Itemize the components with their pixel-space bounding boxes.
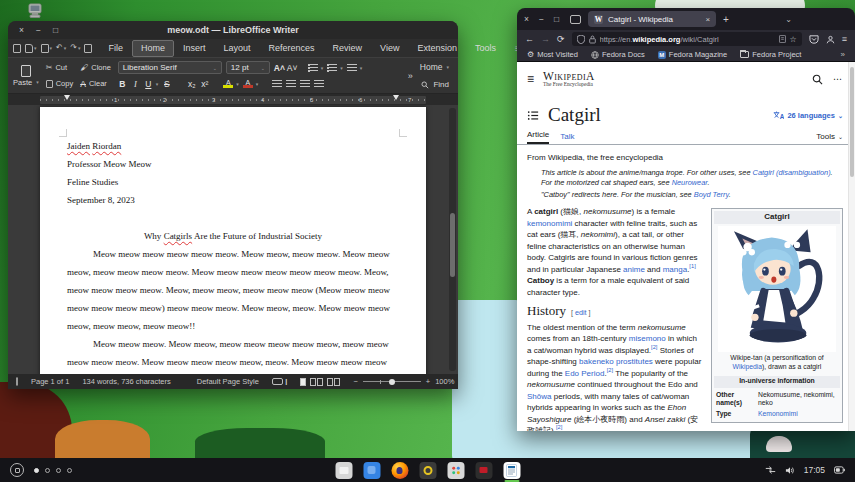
zoom-slider[interactable]: [363, 381, 421, 382]
copy-button[interactable]: Copy: [46, 77, 74, 90]
address-bar[interactable]: https://en.wikipedia.org/wiki/Catgirl ☆: [572, 32, 802, 46]
reader-mode-icon[interactable]: [779, 35, 786, 43]
shrink-font-button[interactable]: A˅: [287, 63, 296, 73]
numbered-list-button[interactable]: ▾: [327, 61, 343, 74]
outline-list-button[interactable]: ▾: [347, 61, 363, 74]
tab-view[interactable]: View: [371, 40, 408, 57]
bookmark-fedora-project[interactable]: Fedora Project: [740, 50, 801, 59]
forward-icon[interactable]: →: [541, 35, 550, 44]
account-icon[interactable]: [826, 35, 835, 44]
tab-talk[interactable]: Talk: [560, 132, 574, 144]
bookmark-most-visited[interactable]: ⚙Most Visited: [527, 50, 578, 59]
tools-menu[interactable]: Tools⌄: [816, 132, 843, 144]
align-justify-button[interactable]: [314, 80, 324, 88]
tab-file[interactable]: File: [99, 40, 132, 57]
workspace-dot-2[interactable]: [45, 468, 50, 473]
workspace-dot-1[interactable]: [34, 468, 39, 473]
bookmark-fedora-magazine[interactable]: MFedora Magazine: [658, 50, 727, 59]
language-selector[interactable]: A 26 languages ⌄: [773, 111, 843, 120]
font-size-select[interactable]: 12 pt⌄: [226, 61, 270, 74]
firefox-view-icon[interactable]: [570, 15, 581, 24]
desktop-computer-icon[interactable]: [26, 2, 44, 20]
firefox-maximize-icon[interactable]: □: [554, 14, 559, 24]
underline-button[interactable]: U▾: [144, 77, 159, 90]
tracking-shield-icon[interactable]: [577, 35, 585, 44]
cut-button[interactable]: ✂Cut: [46, 61, 74, 74]
bullet-list-button[interactable]: ▾: [308, 61, 324, 74]
workspace-dot-3[interactable]: [56, 468, 61, 473]
app-boxes[interactable]: [363, 462, 380, 479]
document-page[interactable]: Jaiden Riordan Professor Meow Meow Felin…: [40, 107, 426, 374]
save-icon[interactable]: ▾: [41, 44, 53, 53]
show-applications-icon[interactable]: [10, 463, 24, 477]
tab-insert[interactable]: Insert: [174, 40, 215, 57]
horizontal-ruler[interactable]: 1 2 3 4 5 6 7: [8, 94, 458, 105]
align-center-button[interactable]: [286, 80, 296, 88]
wikipedia-logo[interactable]: WikipediA The Free Encyclopedia: [543, 70, 595, 88]
firefox-close-icon[interactable]: ×: [524, 14, 529, 24]
tab-tools[interactable]: Tools: [466, 40, 505, 57]
app-libreoffice-writer[interactable]: [503, 462, 520, 479]
battery-icon[interactable]: [834, 466, 845, 474]
list-all-tabs-icon[interactable]: ⌄: [785, 15, 848, 24]
firefox-tabbar[interactable]: × − □ W Catgirl - Wikipedia × + ⌄: [517, 8, 855, 30]
page-scrollbar[interactable]: [848, 62, 855, 431]
clone-formatting-button[interactable]: 🖌Clone: [80, 61, 111, 74]
bookmark-star-icon[interactable]: ☆: [790, 35, 797, 44]
tab-close-icon[interactable]: ×: [705, 15, 710, 24]
grow-font-button[interactable]: A˄: [274, 63, 283, 73]
writer-minimize-icon[interactable]: −: [36, 26, 41, 35]
scrollbar-thumb[interactable]: [450, 213, 455, 277]
tab-home[interactable]: Home: [132, 40, 174, 57]
workspace-switcher[interactable]: [34, 468, 72, 473]
toolbar-overflow-button[interactable]: »: [408, 60, 413, 91]
reload-icon[interactable]: ⟳: [557, 35, 565, 44]
undo-icon[interactable]: ↶▾: [56, 44, 66, 52]
bookmark-fedora-docs[interactable]: Fedora Docs: [591, 50, 645, 59]
sidebar-toggle-icon[interactable]: [16, 377, 18, 386]
highlight-color-button[interactable]: A▾: [223, 77, 239, 90]
page-scrollbar-thumb[interactable]: [850, 67, 854, 177]
new-tab-button[interactable]: +: [723, 14, 729, 25]
contents-icon[interactable]: [527, 110, 539, 121]
single-page-view-button[interactable]: [300, 378, 306, 386]
find-button[interactable]: Find: [421, 80, 449, 89]
app-files[interactable]: [335, 462, 352, 479]
tab-review[interactable]: Review: [324, 40, 372, 57]
pocket-icon[interactable]: [809, 35, 819, 44]
writer-maximize-icon[interactable]: □: [53, 26, 58, 35]
volume-icon[interactable]: [785, 466, 795, 475]
back-icon[interactable]: ←: [525, 35, 534, 44]
indent-marker-right[interactable]: [393, 95, 399, 100]
redo-icon[interactable]: ↷▾: [70, 44, 80, 52]
workspace-dot-4[interactable]: [67, 468, 72, 473]
align-right-button[interactable]: [300, 80, 310, 88]
app-camera[interactable]: [419, 462, 436, 479]
status-page-count[interactable]: Page 1 of 1: [31, 377, 69, 386]
strikethrough-button[interactable]: S: [162, 79, 171, 89]
clock[interactable]: 17:05: [804, 465, 825, 475]
bookmarks-overflow-icon[interactable]: »: [841, 50, 845, 59]
writer-vertical-scrollbar[interactable]: [449, 108, 456, 371]
search-icon[interactable]: [812, 74, 823, 85]
status-word-count[interactable]: 134 words, 736 characters: [82, 377, 170, 386]
writer-titlebar[interactable]: × − □ meow.odt — LibreOffice Writer: [8, 21, 458, 39]
open-file-icon[interactable]: ▾: [25, 44, 37, 53]
subscript-button[interactable]: x₂: [187, 79, 196, 89]
context-selector[interactable]: Home▾: [420, 62, 449, 72]
lock-icon[interactable]: [589, 35, 596, 44]
writer-close-icon[interactable]: ×: [19, 26, 24, 35]
tab-article[interactable]: Article: [527, 130, 549, 144]
app-firefox[interactable]: [391, 462, 408, 479]
browser-tab-catgirl[interactable]: W Catgirl - Wikipedia ×: [588, 11, 716, 27]
tab-references[interactable]: References: [260, 40, 324, 57]
wikipe-tan-catgirl-image[interactable]: [718, 226, 836, 352]
indent-marker-left[interactable]: [64, 95, 70, 100]
app-videos[interactable]: [475, 462, 492, 479]
paste-button[interactable]: Paste▾: [13, 60, 39, 91]
superscript-button[interactable]: x²: [200, 79, 209, 89]
firefox-minimize-icon[interactable]: −: [539, 14, 544, 24]
app-software[interactable]: [447, 462, 464, 479]
zoom-percent[interactable]: 100%: [435, 377, 454, 386]
multi-page-view-button[interactable]: [310, 378, 316, 386]
